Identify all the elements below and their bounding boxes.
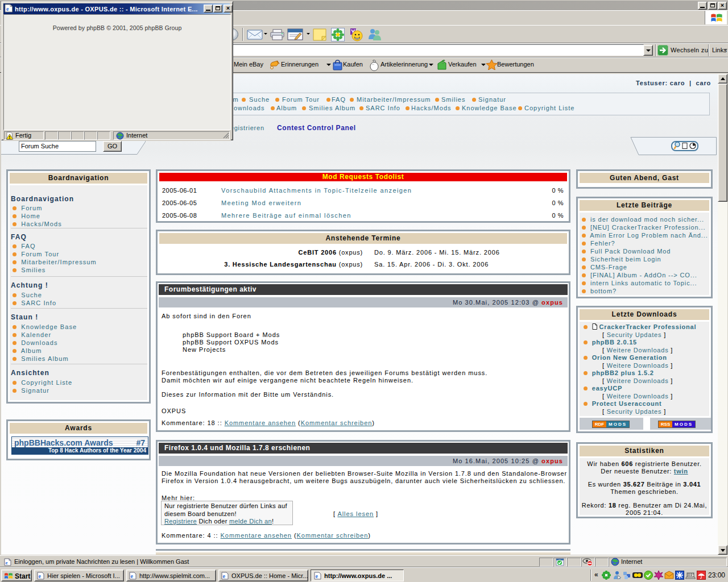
svg-text:e: e xyxy=(130,573,133,579)
svg-text:e: e xyxy=(222,573,225,579)
svg-text:e: e xyxy=(6,6,9,12)
svg-text:e: e xyxy=(5,560,7,566)
svg-text:e: e xyxy=(315,573,318,579)
svg-text:e: e xyxy=(38,573,41,579)
